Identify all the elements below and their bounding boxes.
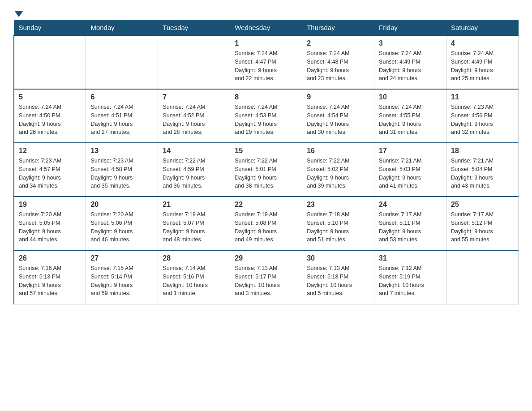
calendar-cell: 13Sunrise: 7:23 AM Sunset: 4:58 PM Dayli… xyxy=(86,143,158,197)
week-row-4: 19Sunrise: 7:20 AM Sunset: 5:05 PM Dayli… xyxy=(14,197,519,250)
day-number: 30 xyxy=(307,254,369,262)
day-of-week-tuesday: Tuesday xyxy=(158,20,230,36)
day-of-week-sunday: Sunday xyxy=(14,20,86,36)
days-of-week-row: SundayMondayTuesdayWednesdayThursdayFrid… xyxy=(14,20,519,36)
day-info: Sunrise: 7:24 AM Sunset: 4:51 PM Dayligh… xyxy=(90,103,153,137)
calendar-cell: 14Sunrise: 7:22 AM Sunset: 4:59 PM Dayli… xyxy=(158,143,230,197)
calendar-cell: 4Sunrise: 7:24 AM Sunset: 4:49 PM Daylig… xyxy=(446,35,519,89)
day-info: Sunrise: 7:21 AM Sunset: 5:03 PM Dayligh… xyxy=(379,157,442,190)
day-number: 27 xyxy=(90,254,153,262)
day-info: Sunrise: 7:24 AM Sunset: 4:49 PM Dayligh… xyxy=(451,49,514,83)
calendar-cell: 18Sunrise: 7:21 AM Sunset: 5:04 PM Dayli… xyxy=(446,143,519,197)
calendar-cell: 28Sunrise: 7:14 AM Sunset: 5:16 PM Dayli… xyxy=(158,250,230,304)
calendar-cell: 19Sunrise: 7:20 AM Sunset: 5:05 PM Dayli… xyxy=(14,197,86,250)
day-info: Sunrise: 7:13 AM Sunset: 5:18 PM Dayligh… xyxy=(307,264,369,298)
day-info: Sunrise: 7:20 AM Sunset: 5:05 PM Dayligh… xyxy=(19,210,81,244)
day-number: 3 xyxy=(379,39,442,47)
calendar-cell: 1Sunrise: 7:24 AM Sunset: 4:47 PM Daylig… xyxy=(230,35,302,89)
calendar-cell: 29Sunrise: 7:13 AM Sunset: 5:17 PM Dayli… xyxy=(230,250,302,304)
day-of-week-friday: Friday xyxy=(374,20,446,36)
day-number: 7 xyxy=(163,93,225,101)
day-number: 31 xyxy=(379,254,442,262)
week-row-3: 12Sunrise: 7:23 AM Sunset: 4:57 PM Dayli… xyxy=(14,143,519,197)
day-of-week-monday: Monday xyxy=(86,20,158,36)
day-info: Sunrise: 7:24 AM Sunset: 4:50 PM Dayligh… xyxy=(19,103,81,137)
day-number: 19 xyxy=(19,201,81,209)
calendar-cell: 25Sunrise: 7:17 AM Sunset: 5:12 PM Dayli… xyxy=(446,197,519,250)
day-info: Sunrise: 7:16 AM Sunset: 5:13 PM Dayligh… xyxy=(19,264,81,298)
calendar-cell xyxy=(14,35,86,89)
calendar-cell: 16Sunrise: 7:22 AM Sunset: 5:02 PM Dayli… xyxy=(302,143,374,197)
calendar-cell: 17Sunrise: 7:21 AM Sunset: 5:03 PM Dayli… xyxy=(374,143,446,197)
week-row-5: 26Sunrise: 7:16 AM Sunset: 5:13 PM Dayli… xyxy=(14,250,519,304)
day-info: Sunrise: 7:24 AM Sunset: 4:54 PM Dayligh… xyxy=(307,103,369,137)
day-of-week-saturday: Saturday xyxy=(446,20,519,36)
day-info: Sunrise: 7:22 AM Sunset: 4:59 PM Dayligh… xyxy=(163,157,225,190)
day-number: 5 xyxy=(19,93,81,101)
calendar-cell: 15Sunrise: 7:22 AM Sunset: 5:01 PM Dayli… xyxy=(230,143,302,197)
page-header xyxy=(13,9,519,15)
day-number: 28 xyxy=(163,254,225,262)
day-info: Sunrise: 7:21 AM Sunset: 5:04 PM Dayligh… xyxy=(451,157,514,190)
day-info: Sunrise: 7:24 AM Sunset: 4:52 PM Dayligh… xyxy=(163,103,225,137)
day-number: 16 xyxy=(307,147,369,155)
calendar-cell: 26Sunrise: 7:16 AM Sunset: 5:13 PM Dayli… xyxy=(14,250,86,304)
day-info: Sunrise: 7:18 AM Sunset: 5:10 PM Dayligh… xyxy=(307,210,369,244)
calendar-cell xyxy=(86,35,158,89)
day-info: Sunrise: 7:17 AM Sunset: 5:12 PM Dayligh… xyxy=(451,210,514,244)
day-number: 11 xyxy=(451,93,514,101)
calendar-cell: 21Sunrise: 7:19 AM Sunset: 5:07 PM Dayli… xyxy=(158,197,230,250)
day-of-week-wednesday: Wednesday xyxy=(230,20,302,36)
calendar-cell: 27Sunrise: 7:15 AM Sunset: 5:14 PM Dayli… xyxy=(86,250,158,304)
day-of-week-thursday: Thursday xyxy=(302,20,374,36)
day-number: 2 xyxy=(307,39,369,47)
calendar-cell: 6Sunrise: 7:24 AM Sunset: 4:51 PM Daylig… xyxy=(86,89,158,143)
day-number: 1 xyxy=(235,39,297,47)
day-info: Sunrise: 7:23 AM Sunset: 4:57 PM Dayligh… xyxy=(19,157,81,190)
calendar-cell: 8Sunrise: 7:24 AM Sunset: 4:53 PM Daylig… xyxy=(230,89,302,143)
calendar-body: 1Sunrise: 7:24 AM Sunset: 4:47 PM Daylig… xyxy=(14,35,519,304)
calendar-header: SundayMondayTuesdayWednesdayThursdayFrid… xyxy=(14,20,519,36)
day-info: Sunrise: 7:22 AM Sunset: 5:01 PM Dayligh… xyxy=(235,157,297,190)
day-number: 23 xyxy=(307,201,369,209)
day-info: Sunrise: 7:19 AM Sunset: 5:08 PM Dayligh… xyxy=(235,210,297,244)
day-number: 6 xyxy=(90,93,153,101)
logo-arrow-icon xyxy=(14,11,23,17)
day-number: 25 xyxy=(451,201,514,209)
day-number: 15 xyxy=(235,147,297,155)
logo xyxy=(13,9,23,15)
day-info: Sunrise: 7:15 AM Sunset: 5:14 PM Dayligh… xyxy=(90,264,153,298)
day-info: Sunrise: 7:13 AM Sunset: 5:17 PM Dayligh… xyxy=(235,264,297,298)
day-info: Sunrise: 7:14 AM Sunset: 5:16 PM Dayligh… xyxy=(163,264,225,298)
day-number: 17 xyxy=(379,147,442,155)
day-number: 8 xyxy=(235,93,297,101)
day-number: 26 xyxy=(19,254,81,262)
calendar-cell: 30Sunrise: 7:13 AM Sunset: 5:18 PM Dayli… xyxy=(302,250,374,304)
week-row-2: 5Sunrise: 7:24 AM Sunset: 4:50 PM Daylig… xyxy=(14,89,519,143)
calendar-cell: 31Sunrise: 7:12 AM Sunset: 5:19 PM Dayli… xyxy=(374,250,446,304)
calendar-cell: 20Sunrise: 7:20 AM Sunset: 5:06 PM Dayli… xyxy=(86,197,158,250)
calendar-cell: 12Sunrise: 7:23 AM Sunset: 4:57 PM Dayli… xyxy=(14,143,86,197)
day-info: Sunrise: 7:17 AM Sunset: 5:11 PM Dayligh… xyxy=(379,210,442,244)
day-info: Sunrise: 7:23 AM Sunset: 4:58 PM Dayligh… xyxy=(90,157,153,190)
day-info: Sunrise: 7:24 AM Sunset: 4:55 PM Dayligh… xyxy=(379,103,442,137)
calendar-cell: 3Sunrise: 7:24 AM Sunset: 4:49 PM Daylig… xyxy=(374,35,446,89)
calendar-cell: 10Sunrise: 7:24 AM Sunset: 4:55 PM Dayli… xyxy=(374,89,446,143)
calendar-cell: 2Sunrise: 7:24 AM Sunset: 4:48 PM Daylig… xyxy=(302,35,374,89)
calendar-cell: 9Sunrise: 7:24 AM Sunset: 4:54 PM Daylig… xyxy=(302,89,374,143)
logo-general xyxy=(13,9,23,17)
calendar-cell: 22Sunrise: 7:19 AM Sunset: 5:08 PM Dayli… xyxy=(230,197,302,250)
day-number: 18 xyxy=(451,147,514,155)
day-info: Sunrise: 7:24 AM Sunset: 4:48 PM Dayligh… xyxy=(307,49,369,83)
calendar-cell xyxy=(446,250,519,304)
calendar-cell: 11Sunrise: 7:23 AM Sunset: 4:56 PM Dayli… xyxy=(446,89,519,143)
calendar-table: SundayMondayTuesdayWednesdayThursdayFrid… xyxy=(13,20,519,304)
day-number: 21 xyxy=(163,201,225,209)
calendar-cell: 24Sunrise: 7:17 AM Sunset: 5:11 PM Dayli… xyxy=(374,197,446,250)
calendar-cell: 5Sunrise: 7:24 AM Sunset: 4:50 PM Daylig… xyxy=(14,89,86,143)
day-info: Sunrise: 7:22 AM Sunset: 5:02 PM Dayligh… xyxy=(307,157,369,190)
week-row-1: 1Sunrise: 7:24 AM Sunset: 4:47 PM Daylig… xyxy=(14,35,519,89)
calendar-cell: 23Sunrise: 7:18 AM Sunset: 5:10 PM Dayli… xyxy=(302,197,374,250)
day-info: Sunrise: 7:23 AM Sunset: 4:56 PM Dayligh… xyxy=(451,103,514,137)
day-info: Sunrise: 7:12 AM Sunset: 5:19 PM Dayligh… xyxy=(379,264,442,298)
